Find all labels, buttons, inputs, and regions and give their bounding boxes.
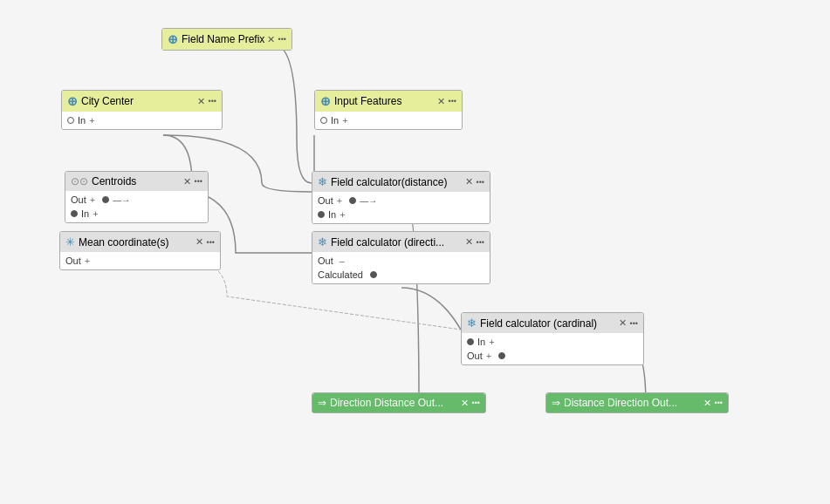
port-row-out-cardinal: Out +: [462, 349, 643, 363]
port-row-in-dist: In +: [312, 208, 490, 221]
node-city-center: ⊕ City Center ✕ ••• In +: [61, 90, 223, 130]
add-port-out-dist[interactable]: +: [337, 195, 342, 206]
dots-menu-icon[interactable]: •••: [278, 35, 286, 44]
plus-icon-input: ⊕: [320, 94, 331, 108]
arrow-icon-dist: ⇒: [552, 397, 560, 409]
node-header-input-features: ⊕ Input Features ✕ •••: [315, 91, 462, 112]
gear-icon-mean: ✳: [65, 235, 75, 249]
close-icon-dist[interactable]: ✕: [465, 177, 473, 187]
port-row-out-directi: Out –: [312, 254, 490, 268]
plus-icon: ⊕: [168, 32, 178, 46]
port-label-out-dist: Out: [318, 195, 333, 206]
arrow-icon-dir: ⇒: [318, 397, 326, 409]
node-header-dist-dir-out: ⇒ Distance Direction Out... ✕ •••: [546, 393, 728, 412]
port-row-in-input: In +: [315, 113, 462, 127]
close-icon-directi[interactable]: ✕: [465, 237, 473, 247]
node-label-city-center: City Center: [81, 95, 134, 107]
close-icon-city[interactable]: ✕: [197, 97, 205, 106]
node-field-calc-dist: ❄ Field calculator(distance) ✕ ••• Out +…: [312, 171, 490, 224]
snowflake-icon-cardinal: ❄: [467, 317, 477, 330]
port-label-in-input: In: [331, 115, 339, 126]
add-port-in-centroids[interactable]: +: [93, 208, 98, 219]
node-body-field-calc-cardinal: In + Out +: [462, 333, 643, 364]
close-icon-dist-dir[interactable]: ✕: [703, 398, 711, 408]
node-header-field-calc-directi: ❄ Field calculator (directi... ✕ •••: [312, 232, 490, 252]
layers-icon-centroids: ⊙⊙: [71, 175, 88, 187]
node-body-field-calc-directi: Out – Calculated: [312, 252, 490, 283]
port-dot-out-cardinal: [498, 352, 505, 359]
node-label-field-calc-dist: Field calculator(distance): [331, 176, 447, 188]
close-icon-mean[interactable]: ✕: [195, 237, 203, 247]
node-header-field-calc-dist: ❄ Field calculator(distance) ✕ •••: [312, 172, 490, 192]
dots-menu-dist-dir[interactable]: •••: [715, 398, 723, 407]
node-label-field-calc-directi: Field calculator (directi...: [331, 236, 444, 249]
close-icon-dir[interactable]: ✕: [461, 398, 469, 408]
node-label-field-calc-cardinal: Field calculator (cardinal): [480, 317, 597, 330]
snowflake-icon-dist: ❄: [318, 175, 327, 188]
add-port-out-cardinal[interactable]: +: [486, 351, 491, 361]
node-header-mean-coord: ✳ Mean coordinate(s) ✕ •••: [60, 232, 220, 252]
dots-menu-cardinal[interactable]: •••: [630, 319, 638, 328]
node-centroids: ⊙⊙ Centroids ✕ ••• Out + —→ In +: [65, 171, 209, 223]
close-icon-input[interactable]: ✕: [437, 97, 445, 106]
node-field-calc-directi: ❄ Field calculator (directi... ✕ ••• Out…: [312, 231, 490, 284]
port-dot-out-dist: [349, 197, 356, 204]
plus-icon-city: ⊕: [67, 94, 78, 108]
port-label-out-centroids: Out: [71, 194, 86, 205]
dots-menu-city[interactable]: •••: [209, 97, 216, 106]
dots-menu-centroids[interactable]: •••: [195, 177, 202, 186]
close-icon[interactable]: ✕: [267, 35, 275, 44]
node-header-city-center: ⊕ City Center ✕ •••: [62, 91, 222, 112]
add-port-out-mean[interactable]: +: [85, 255, 90, 266]
dots-menu-input[interactable]: •••: [449, 97, 456, 106]
node-body-input-features: In +: [315, 112, 462, 129]
node-mean-coord: ✳ Mean coordinate(s) ✕ ••• Out +: [59, 231, 221, 270]
node-label-input-features: Input Features: [334, 95, 401, 107]
node-label-centroids: Centroids: [92, 175, 136, 187]
node-label-field-name-prefix: Field Name Prefix: [182, 33, 264, 45]
node-header-field-name-prefix: ⊕ Field Name Prefix ✕ •••: [162, 29, 292, 50]
add-port-input[interactable]: +: [342, 115, 347, 126]
node-field-name-prefix: ⊕ Field Name Prefix ✕ •••: [161, 28, 292, 51]
node-body-field-calc-dist: Out + —→ In +: [312, 192, 490, 223]
node-label-dir-dist-out: Direction Distance Out...: [330, 397, 443, 409]
node-field-calc-cardinal: ❄ Field calculator (cardinal) ✕ ••• In +…: [461, 312, 644, 365]
port-label-in-centroids: In: [81, 208, 89, 219]
add-port-in-cardinal[interactable]: +: [489, 337, 494, 347]
port-row-out-mean: Out +: [60, 254, 220, 268]
arrow-out-centroids: —→: [113, 195, 130, 205]
node-input-features: ⊕ Input Features ✕ ••• In +: [314, 90, 463, 130]
dots-menu-mean[interactable]: •••: [207, 238, 215, 247]
port-label-in-dist: In: [328, 209, 336, 220]
node-body-centroids: Out + —→ In +: [65, 191, 208, 222]
workflow-canvas: ⊕ Field Name Prefix ✕ ••• ⊕ City Center …: [0, 0, 830, 504]
dots-menu-dir[interactable]: •••: [472, 398, 480, 407]
close-icon-centroids[interactable]: ✕: [183, 177, 191, 187]
port-row-out-centroids: Out + —→: [65, 193, 208, 207]
add-port-out-centroids[interactable]: +: [90, 194, 95, 205]
node-dist-dir-out: ⇒ Distance Direction Out... ✕ •••: [545, 392, 729, 413]
port-row-in-cardinal: In +: [462, 335, 643, 349]
node-header-dir-dist-out: ⇒ Direction Distance Out... ✕ •••: [312, 393, 485, 412]
port-dot-in-input: [320, 117, 327, 124]
dots-menu-directi[interactable]: •••: [477, 238, 484, 247]
node-header-field-calc-cardinal: ❄ Field calculator (cardinal) ✕ •••: [462, 313, 643, 333]
port-label-in-city: In: [78, 115, 86, 126]
node-label-dist-dir-out: Distance Direction Out...: [564, 397, 677, 409]
port-dot-out-centroids: [102, 196, 109, 203]
arrow-out-dist: —→: [360, 196, 377, 206]
port-dot-calc-directi: [370, 271, 377, 278]
port-label-out-mean: Out: [65, 255, 81, 266]
dots-menu-dist[interactable]: •••: [477, 178, 484, 187]
port-row-in-city: In +: [62, 113, 222, 127]
add-port-city[interactable]: +: [89, 115, 94, 126]
port-label-calc-directi: Calculated: [318, 269, 363, 280]
port-label-out-directi: Out: [318, 255, 333, 266]
port-label-in-cardinal: In: [477, 337, 485, 347]
close-icon-cardinal[interactable]: ✕: [619, 318, 627, 328]
node-body-mean-coord: Out +: [60, 252, 220, 269]
node-header-centroids: ⊙⊙ Centroids ✕ •••: [65, 172, 208, 191]
node-label-mean-coord: Mean coordinate(s): [79, 236, 168, 249]
add-port-in-dist[interactable]: +: [340, 209, 345, 220]
port-dot-in-cardinal: [467, 338, 474, 345]
